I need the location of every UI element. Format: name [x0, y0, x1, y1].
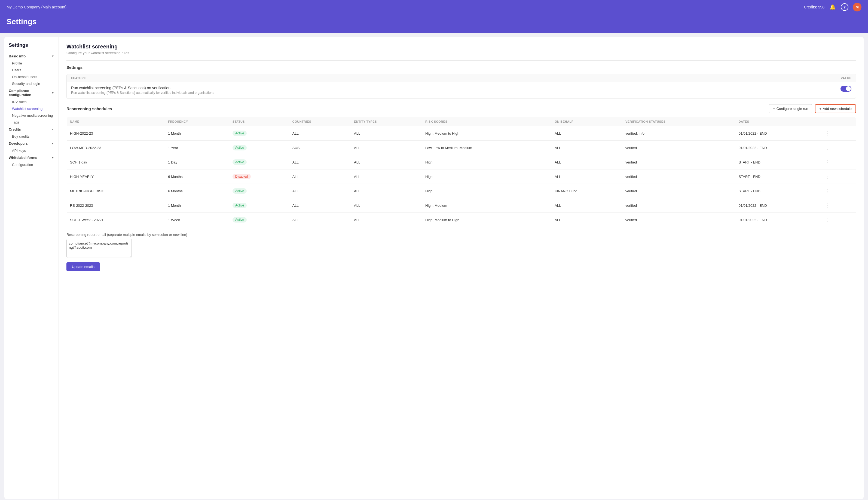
sidebar-item-on-behalf-users[interactable]: On-behalf users [4, 73, 58, 80]
sidebar-section-basic-info[interactable]: Basic info ▼ [4, 53, 58, 60]
cell-verification-statuses: verified [622, 198, 735, 213]
sidebar-section-credits[interactable]: Credits ▼ [4, 126, 58, 133]
table-row: METRIC-HIGH_RISK 6 Months Active ALL ALL… [67, 184, 856, 198]
sidebar-section-compliance[interactable]: Compliance configuration ▼ [4, 87, 58, 99]
cell-status: Disabled [229, 170, 289, 184]
cell-frequency: 6 Months [165, 184, 229, 198]
update-emails-button[interactable]: Update emails [66, 262, 100, 271]
notification-icon[interactable]: 🔔 [829, 3, 836, 11]
cell-countries: ALL [289, 198, 351, 213]
chevron-down-icon-2: ▼ [52, 91, 54, 94]
table-row: HIGH-2022-23 1 Month Active ALL ALL High… [67, 126, 856, 141]
content-area: Watchlist screening Configure your watch… [59, 37, 864, 499]
feature-desc: Run watchlist screening (PEPs & Sanction… [71, 91, 836, 95]
value-column-header: VALUE [824, 77, 852, 80]
cell-name: HIGH-2022-23 [67, 126, 165, 141]
cell-entity-types: ALL [351, 126, 422, 141]
sidebar-item-users[interactable]: Users [4, 67, 58, 73]
col-risk-scores: RISK SCORES [422, 117, 552, 126]
more-options-button[interactable]: ⋮ [823, 159, 831, 166]
company-name: My Demo Company (Main account) [7, 5, 66, 9]
status-badge: Active [233, 159, 247, 165]
user-avatar[interactable]: M [853, 3, 861, 11]
status-badge: Active [233, 203, 247, 208]
cell-verification-statuses: verified [622, 170, 735, 184]
status-badge: Active [233, 217, 247, 223]
cell-more: ⋮ [820, 198, 856, 213]
sidebar-item-negative-media[interactable]: Negative media screening [4, 112, 58, 119]
more-options-button[interactable]: ⋮ [823, 130, 831, 137]
col-on-behalf: ON BEHALF [552, 117, 622, 126]
cell-dates: 01/01/2022 - END [735, 213, 820, 227]
sidebar-section-label-credits: Credits [9, 127, 21, 132]
cell-frequency: 1 Month [165, 126, 229, 141]
chevron-down-icon: ▼ [52, 55, 54, 58]
cell-verification-statuses: verified [622, 184, 735, 198]
sidebar-item-security-login[interactable]: Security and login [4, 80, 58, 87]
plus-icon: + [773, 107, 775, 111]
sidebar-item-configuration[interactable]: Configuration [4, 161, 58, 168]
cell-dates: START - END [735, 155, 820, 170]
cell-countries: AUS [289, 141, 351, 155]
toggle-header: FEATURE VALUE [67, 74, 856, 82]
more-options-button[interactable]: ⋮ [823, 173, 831, 180]
cell-countries: ALL [289, 155, 351, 170]
cell-risk-scores: Low, Low to Medium, Medium [422, 141, 552, 155]
cell-entity-types: ALL [351, 155, 422, 170]
cell-risk-scores: High, Medium to High [422, 126, 552, 141]
cell-entity-types: ALL [351, 184, 422, 198]
sidebar-title: Settings [4, 43, 58, 53]
settings-section-title: Settings [66, 65, 856, 70]
cell-status: Active [229, 184, 289, 198]
cell-dates: 01/01/2022 - END [735, 126, 820, 141]
cell-name: LOW-MED-2022-23 [67, 141, 165, 155]
cell-countries: ALL [289, 184, 351, 198]
plus-icon-2: + [819, 107, 822, 111]
sidebar-item-profile[interactable]: Profile [4, 60, 58, 67]
cell-more: ⋮ [820, 170, 856, 184]
top-header: My Demo Company (Main account) Credits: … [0, 0, 868, 14]
more-options-button[interactable]: ⋮ [823, 188, 831, 194]
cell-entity-types: ALL [351, 213, 422, 227]
cell-entity-types: ALL [351, 141, 422, 155]
cell-more: ⋮ [820, 155, 856, 170]
cell-on-behalf: ALL [552, 213, 622, 227]
help-icon[interactable]: ? [841, 3, 848, 11]
cell-dates: 01/01/2022 - END [735, 198, 820, 213]
table-row: RS-2022-2023 1 Month Active ALL ALL High… [67, 198, 856, 213]
sidebar-item-idv-rules[interactable]: IDV rules [4, 99, 58, 105]
more-options-button[interactable]: ⋮ [823, 202, 831, 209]
add-new-schedule-button[interactable]: + Add new schedule [815, 104, 856, 113]
watchlist-toggle[interactable] [841, 86, 852, 92]
content-heading: Watchlist screening [66, 44, 856, 50]
sidebar-item-api-keys[interactable]: API keys [4, 147, 58, 154]
more-options-button[interactable]: ⋮ [823, 216, 831, 223]
cell-risk-scores: High [422, 155, 552, 170]
sidebar-item-buy-credits[interactable]: Buy credits [4, 133, 58, 140]
more-options-button[interactable]: ⋮ [823, 144, 831, 151]
configure-single-run-button[interactable]: + Configure single run [769, 104, 812, 113]
sidebar-section-label-basic-info: Basic info [9, 54, 25, 58]
cell-risk-scores: High [422, 184, 552, 198]
sidebar-item-watchlist-screening[interactable]: Watchlist screening [4, 105, 58, 112]
sidebar-section-developers[interactable]: Developers ▼ [4, 140, 58, 147]
credits-badge: Credits: 998 [804, 5, 824, 9]
cell-risk-scores: High, Medium to High [422, 213, 552, 227]
cell-more: ⋮ [820, 126, 856, 141]
table-row: HIGH-YEARLY 6 Months Disabled ALL ALL Hi… [67, 170, 856, 184]
page-header: Watchlist screening Configure your watch… [66, 44, 856, 55]
cell-dates: START - END [735, 184, 820, 198]
table-header-row: NAME FREQUENCY STATUS COUNTRIES ENTITY T… [67, 117, 856, 126]
cell-frequency: 6 Months [165, 170, 229, 184]
chevron-down-icon-4: ▼ [52, 142, 54, 145]
email-textarea[interactable] [66, 239, 132, 258]
cell-risk-scores: High, Medium [422, 198, 552, 213]
cell-more: ⋮ [820, 141, 856, 155]
sidebar-item-tags[interactable]: Tags [4, 119, 58, 126]
toggle-content: Run watchlist screening (PEPs & Sanction… [67, 82, 856, 99]
cell-status: Active [229, 155, 289, 170]
feature-column-header: FEATURE [71, 77, 824, 80]
sidebar-section-whitelabel[interactable]: Whitelabel forms ▼ [4, 154, 58, 161]
col-frequency: FREQUENCY [165, 117, 229, 126]
cell-frequency: 1 Year [165, 141, 229, 155]
